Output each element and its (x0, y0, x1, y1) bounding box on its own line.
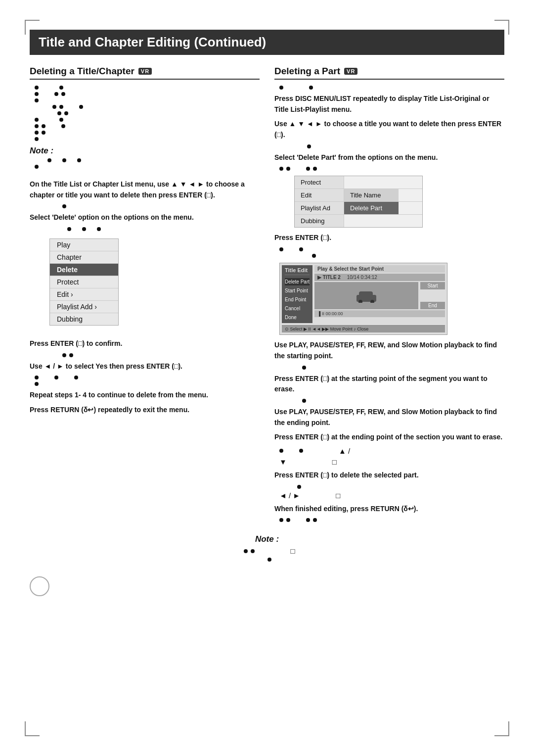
right-instr-4: Press ENTER (□). (274, 233, 504, 243)
dot (279, 86, 283, 90)
car-icon (354, 289, 379, 303)
instr-2: Select 'Delete' option on the options on… (30, 212, 260, 223)
dot (62, 158, 66, 162)
bottom-note-section: Note : □ (30, 534, 504, 562)
dot (35, 118, 39, 122)
right-instr-8: Press ENTER (□) at the ending point of t… (274, 432, 504, 443)
dot (42, 131, 45, 135)
dot (35, 86, 39, 90)
bottom-note-bullet-2 (35, 558, 504, 562)
sidebar-delete-part: Delete Part (285, 278, 310, 285)
dot (286, 518, 290, 522)
menu-item-chapter: Chapter (50, 251, 118, 264)
right-bullet-3 (279, 167, 504, 171)
right-menu-container: Protect Edit Title Name Playlist Ad Dele… (284, 176, 504, 228)
menu-item-edit: Edit (50, 288, 118, 301)
right-bullet-8: ▲ / (279, 447, 504, 455)
menu-item-delete: Delete (50, 264, 118, 276)
title-edit-time-bar: ▐ II 00:00:00 (314, 310, 445, 317)
title-edit-sidebar: Title Edit Delete Part Start Point End P… (282, 265, 312, 323)
dot (54, 92, 58, 96)
dot (74, 376, 78, 379)
right-bullet-10 (279, 485, 504, 489)
page-header: Title and Chapter Editing (Continued) (30, 30, 504, 55)
dot (35, 124, 39, 128)
dot (59, 118, 63, 122)
left-vr-badge: VR (138, 68, 152, 75)
dot (279, 247, 283, 251)
dot (297, 485, 301, 489)
bullet-row-1 (35, 86, 260, 90)
bullet-row-3 (35, 98, 260, 102)
dot (54, 376, 58, 379)
dot (69, 353, 73, 357)
right-bullet-1 (279, 86, 504, 90)
dot (313, 518, 317, 522)
left-column: Deleting a Title/Chapter VR (30, 66, 260, 524)
corner-mark-tr (508, 20, 509, 35)
title-edit-widget: Title Edit Delete Part Start Point End P… (279, 263, 447, 335)
dot (35, 165, 39, 169)
bottom-note-bullet-1: □ (35, 547, 504, 555)
instr-bullet-5 (35, 382, 260, 386)
dot (35, 131, 39, 135)
right-instr-10: When finished editing, press RETURN (δ↩)… (274, 504, 504, 515)
instr-bullet-1 (35, 204, 260, 208)
dot (35, 376, 39, 379)
right-bullet-5 (279, 254, 504, 258)
menu-row-playlist: Playlist Ad Delete Part (295, 202, 422, 215)
dot (312, 254, 316, 258)
right-section-heading: Deleting a Part VR (274, 66, 504, 80)
menu-row-dubbing: Dubbing (295, 215, 422, 227)
sidebar-done: Done (285, 314, 310, 321)
right-instr-2: Use ▲ ▼ ◄ ► to choose a title you want t… (274, 119, 504, 140)
title-info-bar: ▶ TITLE 2 10/14 0:34:12 (314, 274, 445, 281)
title-edit-right-labels: Start End (420, 282, 445, 309)
dot (286, 167, 290, 171)
page-title: Title and Chapter Editing (Continued) (39, 35, 495, 50)
instr-bullet-4 (35, 376, 260, 379)
bullet-row-5 (35, 111, 260, 115)
dot (307, 144, 311, 148)
dot (61, 124, 65, 128)
menu-cell-dubbing: Dubbing (295, 215, 344, 227)
bullet-row-7 (35, 124, 260, 128)
title-edit-play-label: Play & Select the Start Point (317, 266, 384, 272)
title-edit-top: Title Edit Delete Part Start Point End P… (282, 265, 445, 323)
dot (279, 449, 283, 453)
dot (62, 353, 66, 357)
dot (59, 105, 63, 109)
instr-1: On the Title List or Chapter List menu, … (30, 179, 260, 200)
right-column: Deleting a Part VR Press DISC MENU/LIST … (274, 66, 504, 524)
bullet-row-4 (35, 105, 260, 109)
right-instr-9: Press ENTER (□) to delete the selected p… (274, 470, 504, 481)
page-number-area (30, 576, 504, 596)
dot (299, 247, 303, 251)
sidebar-start-point: Start Point (285, 287, 310, 294)
dot (306, 518, 310, 522)
menu-cell-edit: Edit (295, 189, 344, 201)
left-heading-text: Deleting a Title/Chapter (30, 66, 134, 77)
bullet-row-2 (35, 92, 260, 96)
bullet-row-9 (35, 137, 260, 141)
dot (59, 86, 63, 90)
menu-cell-delete-part: Delete Part (344, 202, 399, 214)
dot (47, 158, 51, 162)
bullet-row-6 (35, 118, 260, 122)
menu-row-edit: Edit Title Name (295, 189, 422, 202)
dot (57, 111, 61, 115)
right-bullet-6 (279, 366, 504, 370)
title-edit-controls-bar: ⊙ Select ▶ II ◄◄ ▶▶ Move Point ♪ Close (282, 325, 445, 332)
menu-item-protect: Protect (50, 276, 118, 288)
sidebar-end-point: End Point (285, 296, 310, 303)
menu-cell-title-name: Title Name (344, 189, 399, 201)
dot (306, 167, 310, 171)
dot (64, 111, 68, 115)
note-label-left: Note : (30, 146, 260, 156)
instr-4: Use ◄ / ► to select Yes then press ENTER… (30, 361, 260, 372)
menu-cell-playlist: Playlist Ad (295, 202, 344, 214)
dot (313, 167, 317, 171)
right-bullet-11: ◄ / ► □ (279, 491, 504, 500)
title-edit-main-area: Start End (314, 282, 445, 309)
right-instr-6: Press ENTER (□) at the starting point of… (274, 374, 504, 395)
